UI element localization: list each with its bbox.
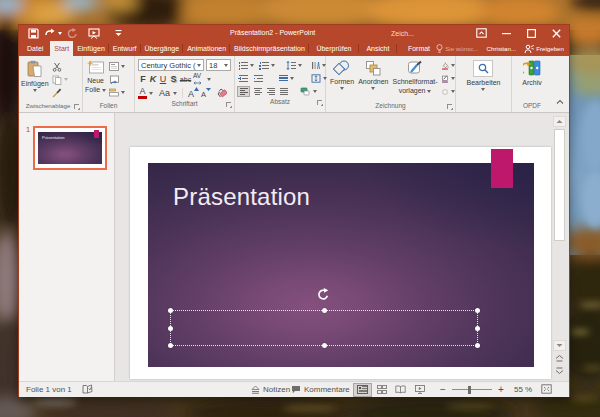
tab-ueberpruefen[interactable]: Überprüfen xyxy=(309,41,359,56)
arrange-button[interactable]: Anordnen xyxy=(356,58,390,90)
undo-button[interactable] xyxy=(42,26,64,40)
maximize-button[interactable] xyxy=(519,25,544,41)
columns-button[interactable] xyxy=(277,73,295,84)
slideshow-view-button[interactable] xyxy=(410,383,429,397)
collapse-ribbon-button[interactable] xyxy=(556,91,564,109)
scrollbar-thumb[interactable] xyxy=(554,129,565,241)
editing-button[interactable]: Bearbeiten xyxy=(465,58,503,91)
font-color-dropdown-arrow[interactable] xyxy=(149,92,153,95)
customize-qat-button[interactable] xyxy=(111,26,125,40)
reading-view-button[interactable] xyxy=(391,383,410,397)
align-left-button[interactable] xyxy=(237,86,250,97)
align-right-button[interactable] xyxy=(265,86,276,97)
text-shadow-button[interactable]: S xyxy=(168,74,179,84)
tab-ansicht[interactable]: Ansicht xyxy=(359,41,397,56)
paragraph-dialog-launcher[interactable] xyxy=(317,100,323,106)
increase-font-size-button[interactable]: A xyxy=(188,87,199,99)
text-direction-button[interactable] xyxy=(310,60,327,71)
resize-handle-top-right[interactable] xyxy=(475,308,480,313)
start-from-beginning-button[interactable] xyxy=(85,26,102,40)
selected-placeholder[interactable] xyxy=(170,310,478,346)
convert-to-smartart-button[interactable] xyxy=(299,86,318,97)
zoom-slider-thumb[interactable] xyxy=(468,386,471,394)
format-painter-button[interactable] xyxy=(51,87,69,98)
justify-button[interactable] xyxy=(278,86,289,97)
tab-entwurf[interactable]: Entwurf xyxy=(109,41,141,56)
zoom-out-button[interactable]: − xyxy=(439,384,447,395)
resize-handle-top-left[interactable] xyxy=(168,308,173,313)
close-button[interactable] xyxy=(544,25,569,41)
normal-view-button[interactable] xyxy=(353,383,372,397)
bullets-button[interactable] xyxy=(237,60,255,71)
resize-handle-bottom-center[interactable] xyxy=(322,343,327,348)
tab-start[interactable]: Start xyxy=(50,41,73,56)
underline-button[interactable]: U xyxy=(158,74,168,84)
italic-button[interactable]: K xyxy=(148,74,158,84)
tell-me-box[interactable]: Sie wünsc... xyxy=(433,44,481,54)
notes-button[interactable]: Notizen xyxy=(251,385,290,394)
next-slide-button[interactable] xyxy=(553,365,566,376)
decrease-font-size-button[interactable]: A xyxy=(201,87,211,99)
shape-effects-button[interactable] xyxy=(440,86,456,97)
shapes-button[interactable]: Formen xyxy=(328,58,356,90)
quick-styles-button[interactable]: Schnellformat-vorlagen xyxy=(390,58,439,95)
comments-button[interactable]: Kommentare xyxy=(291,385,350,394)
font-name-combobox[interactable]: Century Gothic ( xyxy=(138,59,204,71)
tab-bildschirmpraesentation[interactable]: Bildschirmpräsentation xyxy=(230,41,309,56)
decrease-indent-button[interactable] xyxy=(237,73,249,84)
resize-handle-bottom-left[interactable] xyxy=(168,343,173,348)
resize-handle-bottom-right[interactable] xyxy=(475,343,480,348)
font-dialog-launcher[interactable] xyxy=(226,102,232,108)
tab-einfuegen[interactable]: Einfügen xyxy=(73,41,109,56)
undo-dropdown-arrow[interactable] xyxy=(58,32,62,35)
slide-layout-button[interactable] xyxy=(108,61,126,72)
reset-slide-button[interactable] xyxy=(108,74,126,85)
strikethrough-button[interactable]: abc xyxy=(179,76,192,83)
copy-button[interactable] xyxy=(51,74,69,85)
new-slide-button[interactable]: NeueFolie xyxy=(83,58,108,94)
character-spacing-dropdown-arrow[interactable] xyxy=(207,78,211,81)
slide-title-text[interactable]: Präsentation xyxy=(173,183,310,211)
font-size-combobox[interactable]: 18 xyxy=(206,59,231,71)
share-button[interactable]: Freigeben xyxy=(519,44,569,54)
align-center-button[interactable] xyxy=(252,86,263,97)
tab-uebergaenge[interactable]: Übergänge xyxy=(141,41,184,56)
line-spacing-button[interactable] xyxy=(285,60,303,71)
paste-button[interactable]: Einfügen xyxy=(19,58,51,92)
section-button[interactable] xyxy=(108,87,126,98)
ribbon-display-options-button[interactable] xyxy=(469,25,494,41)
resize-handle-top-center[interactable] xyxy=(322,308,327,313)
tab-datei[interactable]: Datei xyxy=(23,41,47,56)
zoom-in-button[interactable]: + xyxy=(497,384,505,395)
scroll-up-button[interactable] xyxy=(553,116,566,127)
shape-fill-button[interactable] xyxy=(440,60,456,71)
redo-button-disabled[interactable] xyxy=(64,26,81,40)
increase-indent-button[interactable] xyxy=(252,73,264,84)
clipboard-dialog-launcher[interactable] xyxy=(74,104,80,110)
slide-count-indicator[interactable]: Folie 1 von 1 xyxy=(26,385,72,394)
bold-button[interactable]: F xyxy=(138,74,148,84)
scroll-down-button[interactable] xyxy=(553,340,566,351)
resize-handle-middle-left[interactable] xyxy=(168,326,173,331)
previous-slide-button[interactable] xyxy=(553,353,566,364)
zoom-slider-track[interactable] xyxy=(452,389,492,390)
zoom-level[interactable]: 55 % xyxy=(514,385,532,394)
cut-button[interactable] xyxy=(51,61,69,72)
spell-check-button[interactable] xyxy=(82,384,93,396)
shape-outline-button[interactable] xyxy=(440,73,456,84)
account-name[interactable]: Christian... xyxy=(482,45,520,52)
minimize-button[interactable] xyxy=(494,25,519,41)
slide-accent-rectangle[interactable] xyxy=(491,149,513,188)
tab-animationen[interactable]: Animationen xyxy=(183,41,230,56)
change-case-dropdown-arrow[interactable] xyxy=(173,92,177,95)
resize-handle-middle-right[interactable] xyxy=(475,326,480,331)
save-button[interactable] xyxy=(25,26,42,40)
fit-slide-to-window-button[interactable] xyxy=(541,384,552,396)
numbering-button[interactable] xyxy=(258,60,276,71)
character-spacing-button[interactable]: AV xyxy=(192,73,205,85)
slide-sorter-view-button[interactable] xyxy=(372,383,391,397)
rotate-handle[interactable] xyxy=(317,287,330,305)
slide-thumbnail[interactable]: Präsentation xyxy=(33,126,107,170)
contextual-tools-label[interactable]: Zeich... xyxy=(391,25,414,41)
change-case-button[interactable]: Aa xyxy=(158,88,171,98)
